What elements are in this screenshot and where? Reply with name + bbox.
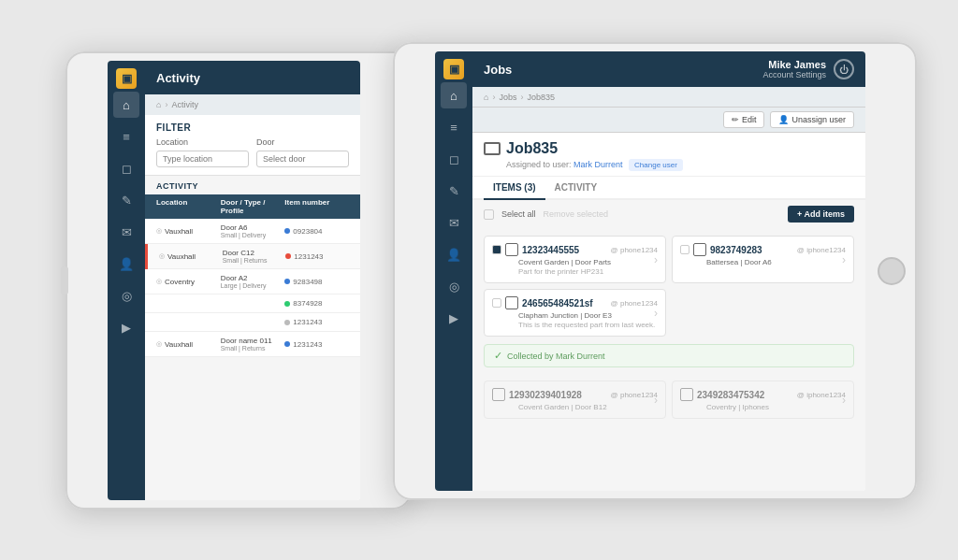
item-2-checkbox[interactable] — [680, 245, 689, 254]
item-1-location: Covent Garden | Door Parts — [492, 258, 658, 266]
sidebar-item-home[interactable]: ⌂ — [113, 92, 139, 118]
tab-items[interactable]: ITEMS (3) — [484, 177, 545, 200]
item-2-location: Battersea | Door A6 — [680, 258, 846, 266]
app-logo: ▣ — [116, 68, 137, 89]
select-all-label: Select all — [501, 209, 536, 219]
item-3-checkbox[interactable] — [492, 298, 501, 308]
bottom-item-1-icon — [492, 388, 505, 401]
row-location-1: ◎ Vauxhall — [156, 227, 221, 236]
row-number-3: 9283498 — [284, 278, 349, 286]
unassign-icon: 👤 — [778, 115, 789, 124]
change-user-button[interactable]: Change user — [629, 159, 683, 171]
left-tablet-screen: ▣ ⌂ ≡ ◻ ✎ ✉ 👤 ◎ ▶ Activity ⌂ › Activity — [108, 61, 360, 500]
assigned-user-link[interactable]: Mark Durrent — [573, 160, 623, 169]
remove-selected-button[interactable]: Remove selected — [544, 209, 609, 219]
row-door-6: Door name 011 Small | Returns — [221, 337, 285, 352]
user-info: Mike James Account Settings — [762, 59, 826, 79]
filter-door-input[interactable] — [256, 151, 349, 167]
table-row[interactable]: 1231243 — [145, 313, 360, 332]
table-row[interactable]: ◎ Vauxhall Door name 011 Small | Returns… — [145, 332, 360, 357]
tablet-home-button[interactable] — [878, 257, 906, 285]
row-door-1: Door A6 Small | Delivery — [221, 223, 285, 238]
sidebar-item-list-right[interactable]: ≡ — [441, 114, 467, 140]
item-3-number: 246565484521sf — [522, 298, 607, 309]
col-number: Item number — [284, 198, 349, 215]
sidebar-item-truck[interactable]: ▶ — [113, 314, 139, 340]
item-3-icon — [505, 296, 518, 309]
breadcrumb-activity: Activity — [171, 100, 198, 109]
sidebar-item-brush[interactable]: ✎ — [113, 187, 139, 213]
item-3-desc: This is the requested part from last wee… — [492, 321, 658, 329]
item-1-checkbox[interactable] — [492, 245, 501, 254]
item-3-profile: @ phone1234 — [611, 299, 658, 308]
sidebar-item-list[interactable]: ≡ — [113, 123, 139, 150]
sidebar-item-package[interactable]: ◻ — [113, 155, 139, 181]
filter-door-label: Door — [256, 137, 349, 147]
right-tablet: ▣ ⌂ ≡ ◻ ✎ ✉ 👤 ◎ ▶ Jobs Mike James Accoun… — [393, 42, 917, 500]
tab-activity[interactable]: ACTIVITY — [545, 177, 607, 200]
sidebar-item-location[interactable]: ◎ — [113, 282, 139, 309]
sidebar-item-user[interactable]: 👤 — [113, 251, 139, 277]
bottom-item-2-icon — [680, 388, 693, 401]
item-3-arrow: › — [654, 307, 658, 320]
breadcrumb-job835: Job835 — [527, 93, 555, 102]
items-grid: 12323445555 @ phone1234 Covent Garden | … — [472, 228, 865, 344]
user-area: Mike James Account Settings ⏻ — [762, 59, 854, 79]
row-door-2: Door C12 Small | Returns — [223, 249, 286, 264]
left-page-title: Activity — [156, 71, 200, 85]
filter-location-group: Location — [156, 137, 249, 167]
row-number-2: 1231243 — [285, 252, 349, 261]
sidebar-item-mail-right[interactable]: ✉ — [441, 209, 467, 236]
item-card-3[interactable]: 246565484521sf @ phone1234 Clapham Junct… — [484, 289, 666, 337]
sidebar-item-truck-right[interactable]: ▶ — [441, 305, 467, 331]
sidebar-item-home-right[interactable]: ⌂ — [441, 82, 467, 108]
sidebar-item-brush-right[interactable]: ✎ — [441, 178, 467, 204]
bottom-item-card-1[interactable]: 12930239401928 @ phone1234 Covent Garden… — [484, 381, 666, 419]
left-sidebar: ▣ ⌂ ≡ ◻ ✎ ✉ 👤 ◎ ▶ — [108, 61, 145, 500]
right-page-title: Jobs — [484, 63, 512, 77]
collected-banner: ✓ Collected by Mark Durrent — [484, 344, 854, 367]
sidebar-item-package-right[interactable]: ◻ — [441, 146, 467, 172]
items-toolbar-left: Select all Remove selected — [484, 209, 608, 220]
bottom-item-2-arrow: › — [842, 394, 846, 407]
filter-location-label: Location — [156, 137, 249, 147]
row-location-2: ◎ Vauxhall — [159, 252, 223, 261]
sidebar-item-mail[interactable]: ✉ — [113, 219, 139, 245]
item-3-location: Clapham Junction | Door E3 — [492, 311, 658, 320]
right-tablet-screen: ▣ ⌂ ≡ ◻ ✎ ✉ 👤 ◎ ▶ Jobs Mike James Accoun… — [435, 51, 865, 491]
left-breadcrumb: ⌂ › Activity — [145, 94, 360, 115]
items-toolbar: Select all Remove selected + Add items — [472, 200, 865, 228]
col-location: Location — [156, 198, 221, 215]
bottom-items-grid: 12930239401928 @ phone1234 Covent Garden… — [472, 373, 865, 426]
tablet-side-button[interactable] — [61, 266, 68, 294]
col-door: Door / Type / Profile — [221, 198, 285, 215]
filter-location-input[interactable] — [156, 151, 249, 167]
bottom-item-card-2[interactable]: 2349283475342 @ iphone1234 Coventry | Ip… — [672, 381, 854, 419]
row-number-5: 1231243 — [284, 318, 349, 326]
right-sidebar: ▣ ⌂ ≡ ◻ ✎ ✉ 👤 ◎ ▶ — [435, 51, 472, 491]
edit-button[interactable]: ✏ Edit — [723, 111, 765, 128]
tabs-bar: ITEMS (3) ACTIVITY — [472, 177, 865, 200]
item-1-desc: Part for the printer HP231 — [492, 267, 658, 276]
unassign-user-button[interactable]: 👤 Unassign user — [770, 111, 854, 128]
table-row[interactable]: ◎ Vauxhall Door A6 Small | Delivery 0923… — [145, 219, 360, 244]
user-subtitle: Account Settings — [762, 70, 826, 79]
left-top-bar: Activity — [145, 61, 360, 94]
item-2-profile: @ iphone1234 — [797, 246, 846, 254]
item-card-2[interactable]: 9823749283 @ iphone1234 Battersea | Door… — [672, 236, 854, 283]
sidebar-item-user-right[interactable]: 👤 — [441, 241, 467, 267]
table-header: Location Door / Type / Profile Item numb… — [145, 194, 360, 219]
power-button[interactable]: ⏻ — [834, 59, 854, 79]
item-1-number: 12323445555 — [522, 245, 607, 255]
user-name: Mike James — [762, 59, 826, 70]
add-items-button[interactable]: + Add items — [788, 206, 854, 223]
table-row[interactable]: ◎ Coventry Door A2 Large | Delivery 9283… — [145, 269, 360, 294]
select-all-checkbox[interactable] — [484, 209, 494, 220]
sidebar-item-location-right[interactable]: ◎ — [441, 273, 467, 299]
bottom-item-1-number: 12930239401928 — [509, 390, 607, 400]
item-card-1[interactable]: 12323445555 @ phone1234 Covent Garden | … — [484, 236, 666, 283]
item-1-profile: @ phone1234 — [611, 246, 658, 254]
right-main-content: Jobs Mike James Account Settings ⏻ ⌂ › J… — [472, 51, 865, 491]
table-row[interactable]: ◎ Vauxhall Door C12 Small | Returns 1231… — [145, 244, 360, 269]
table-row[interactable]: 8374928 — [145, 294, 360, 313]
